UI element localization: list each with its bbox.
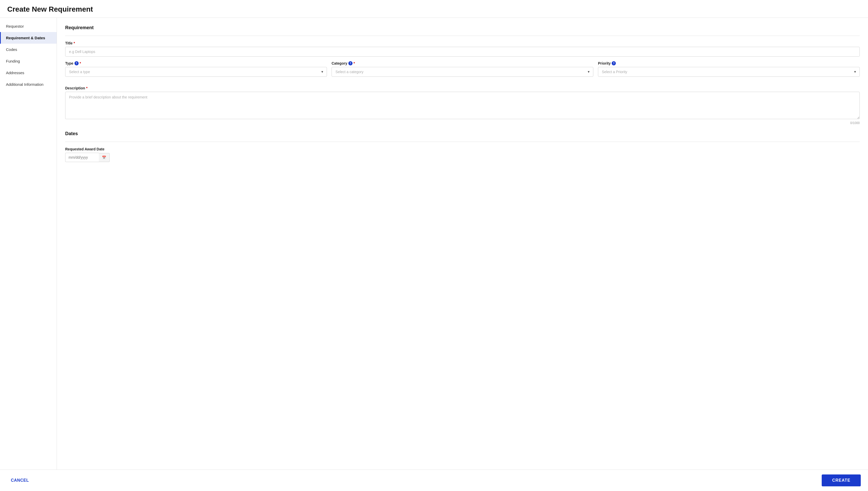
sidebar-item-funding[interactable]: Funding (0, 55, 57, 67)
type-required-star: * (80, 61, 81, 65)
title-required-star: * (74, 41, 75, 45)
dates-section-title: Dates (65, 131, 860, 137)
section-divider (65, 36, 860, 36)
category-help-icon[interactable]: ? (348, 61, 353, 65)
title-input[interactable] (65, 47, 860, 57)
requested-award-date-group: Requested Award Date 📅 (65, 147, 860, 162)
category-select[interactable]: Select a category (332, 67, 593, 77)
description-group: Description * 0/1000 (65, 86, 860, 125)
page-header: Create New Requirement (0, 0, 868, 18)
category-select-wrapper: Select a category ▼ (332, 67, 593, 77)
type-group: Type ? * Select a type ▼ (65, 61, 327, 77)
create-button[interactable]: CREATE (822, 474, 861, 486)
priority-group: Priority ? Select a Priority ▼ (598, 61, 860, 77)
type-select-wrapper: Select a type ▼ (65, 67, 327, 77)
description-textarea[interactable] (65, 92, 860, 119)
category-required-star: * (354, 61, 355, 65)
requirement-section-title: Requirement (65, 25, 860, 30)
page-title: Create New Requirement (7, 5, 861, 13)
priority-label: Priority ? (598, 61, 860, 65)
priority-select[interactable]: Select a Priority (598, 67, 860, 77)
cancel-button[interactable]: CANCEL (7, 475, 33, 485)
calendar-icon-button[interactable]: 📅 (99, 153, 110, 162)
title-label: Title * (65, 41, 860, 45)
type-help-icon[interactable]: ? (75, 61, 79, 65)
requested-award-date-label: Requested Award Date (65, 147, 860, 151)
category-group: Category ? * Select a category ▼ (332, 61, 593, 77)
type-label: Type ? * (65, 61, 327, 65)
title-group: Title * (65, 41, 860, 57)
type-category-priority-row: Type ? * Select a type ▼ Category ? * (65, 61, 860, 81)
priority-help-icon[interactable]: ? (612, 61, 616, 65)
form-content: Requirement Title * Type ? * Select (57, 18, 868, 469)
type-select[interactable]: Select a type (65, 67, 327, 77)
sidebar-item-addresses[interactable]: Addresses (0, 67, 57, 79)
sidebar: Requestor Requirement & Dates Codes Fund… (0, 18, 57, 469)
calendar-icon: 📅 (102, 155, 106, 160)
date-input[interactable] (65, 153, 99, 162)
sidebar-item-codes[interactable]: Codes (0, 44, 57, 55)
sidebar-item-requestor[interactable]: Requestor (0, 21, 57, 32)
sidebar-item-additional-information[interactable]: Additional Information (0, 79, 57, 90)
dates-section: Dates Requested Award Date 📅 (65, 131, 860, 162)
char-counter: 0/1000 (65, 121, 860, 125)
main-layout: Requestor Requirement & Dates Codes Fund… (0, 18, 868, 469)
description-required-star: * (86, 86, 87, 90)
category-label: Category ? * (332, 61, 593, 65)
dates-divider (65, 142, 860, 142)
priority-select-wrapper: Select a Priority ▼ (598, 67, 860, 77)
sidebar-item-requirement-dates[interactable]: Requirement & Dates (0, 32, 57, 44)
date-input-wrapper: 📅 (65, 153, 112, 162)
description-label: Description * (65, 86, 860, 90)
footer: CANCEL CREATE (0, 469, 868, 491)
